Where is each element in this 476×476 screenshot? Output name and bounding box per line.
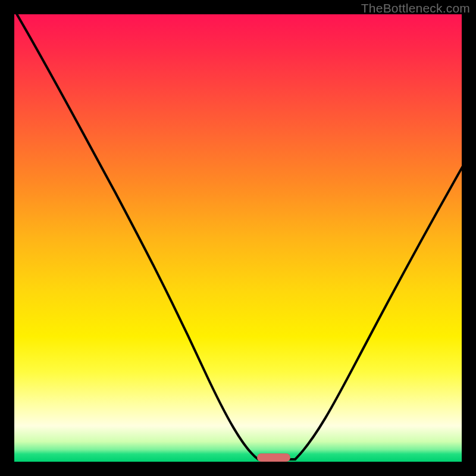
curve-right-branch (295, 166, 462, 459)
chart-frame: TheBottleneck.com (0, 0, 476, 476)
plot-area (14, 14, 462, 462)
bottleneck-curve (14, 14, 462, 462)
optimal-marker (257, 453, 290, 462)
curve-left-branch (15, 14, 258, 459)
watermark-text: TheBottleneck.com (361, 1, 470, 15)
